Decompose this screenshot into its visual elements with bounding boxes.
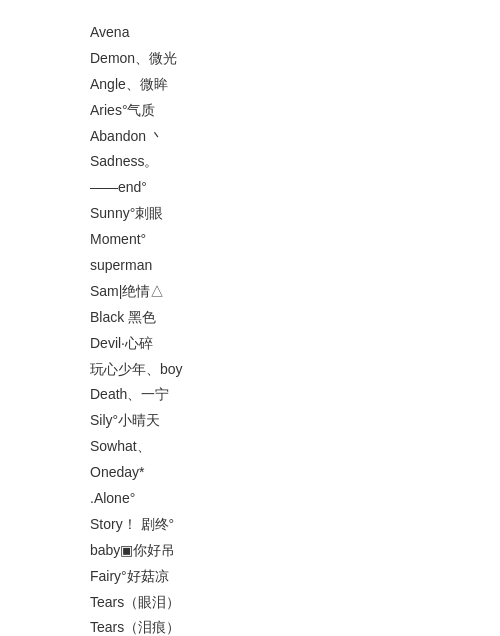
list-item: Tears（泪痕） [90, 615, 410, 636]
list-item: Aries°气质 [90, 98, 410, 124]
list-item: Tears（眼泪） [90, 590, 410, 616]
list-item: Sunny°刺眼 [90, 201, 410, 227]
list-item: Abandon 丶 [90, 124, 410, 150]
list-item: Oneday* [90, 460, 410, 486]
list-item: Sam|绝情△ [90, 279, 410, 305]
list-item: .Alone° [90, 486, 410, 512]
list-item: Devil·心碎 [90, 331, 410, 357]
list-item: baby▣你好吊 [90, 538, 410, 564]
list-item: 玩心少年、boy [90, 357, 410, 383]
list-item: Sadness。 [90, 149, 410, 175]
list-item: superman [90, 253, 410, 279]
list-item: Avena [90, 20, 410, 46]
list-item: Angle、微眸 [90, 72, 410, 98]
names-list: AvenaDemon、微光Angle、微眸Aries°气质Abandon 丶Sa… [90, 20, 410, 636]
list-item: Demon、微光 [90, 46, 410, 72]
list-item: Black 黑色 [90, 305, 410, 331]
list-item: ——end° [90, 175, 410, 201]
list-item: Sily°小晴天 [90, 408, 410, 434]
list-item: Death、一宁 [90, 382, 410, 408]
list-item: Story！ 剧终° [90, 512, 410, 538]
list-item: Sowhat、 [90, 434, 410, 460]
list-item: Moment° [90, 227, 410, 253]
list-item: Fairy°好菇凉 [90, 564, 410, 590]
